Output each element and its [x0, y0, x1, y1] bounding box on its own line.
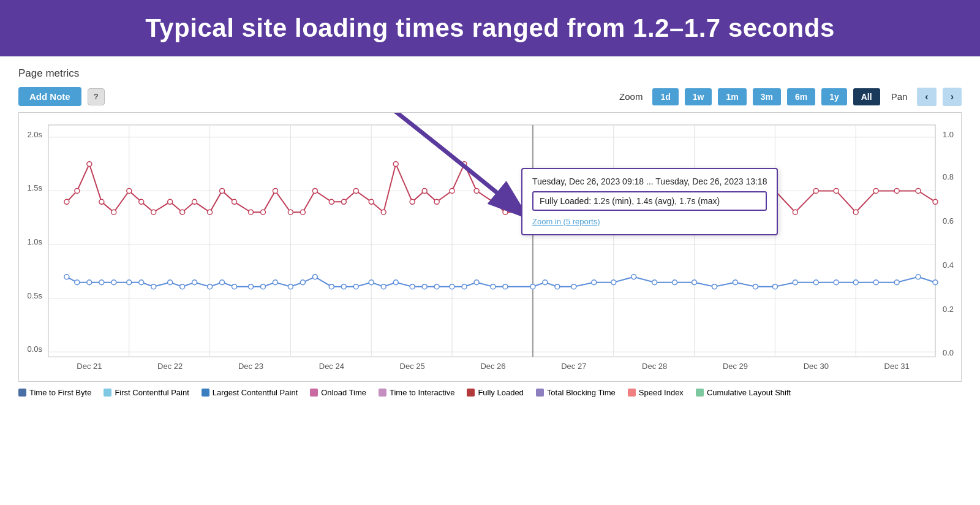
svg-point-150 — [933, 280, 938, 285]
legend-item-fully-loaded: Fully Loaded — [467, 388, 523, 397]
legend-color-fully-loaded — [467, 389, 475, 397]
svg-point-122 — [422, 284, 427, 289]
svg-point-40 — [75, 188, 80, 193]
svg-point-105 — [192, 280, 197, 285]
svg-point-60 — [341, 199, 346, 204]
svg-point-90 — [853, 210, 858, 215]
svg-text:Dec 29: Dec 29 — [723, 362, 748, 371]
svg-point-97 — [87, 280, 92, 285]
svg-point-142 — [772, 284, 777, 289]
svg-point-115 — [329, 284, 334, 289]
legend-label-ttfb: Time to First Byte — [29, 388, 91, 397]
svg-point-102 — [151, 284, 156, 289]
svg-point-54 — [260, 210, 265, 215]
chart-area: 2.0s 1.5s 1.0s 0.5s 0.0s 1.0 0.8 0.6 0.4… — [18, 112, 962, 382]
svg-text:Dec 30: Dec 30 — [804, 362, 829, 371]
zoom-3m-button[interactable]: 3m — [753, 88, 781, 105]
zoom-1y-button[interactable]: 1y — [821, 88, 847, 105]
svg-point-144 — [813, 280, 818, 285]
svg-point-135 — [631, 275, 636, 279]
svg-point-56 — [288, 210, 293, 215]
legend-color-lcp — [202, 389, 209, 397]
banner-title: Typical site loading times ranged from 1… — [24, 13, 956, 43]
svg-text:Dec 22: Dec 22 — [157, 362, 183, 371]
svg-point-46 — [151, 210, 156, 215]
svg-point-45 — [139, 199, 144, 204]
svg-point-70 — [474, 188, 479, 193]
svg-text:Dec 28: Dec 28 — [642, 362, 667, 371]
add-note-button[interactable]: Add Note — [18, 87, 81, 106]
zoom-1m-button[interactable]: 1m — [718, 88, 746, 105]
svg-text:Dec 23: Dec 23 — [238, 362, 263, 371]
svg-point-61 — [353, 188, 358, 193]
legend-label-lcp: Largest Contentful Paint — [213, 388, 298, 397]
svg-point-42 — [99, 199, 104, 204]
svg-point-104 — [180, 284, 185, 289]
chart-legend: Time to First Byte First Contentful Pain… — [18, 388, 962, 397]
svg-point-101 — [139, 280, 144, 285]
svg-point-72 — [503, 210, 508, 215]
svg-point-58 — [312, 188, 317, 193]
legend-item-fcp: First Contentful Paint — [104, 388, 189, 397]
help-button[interactable]: ? — [88, 88, 105, 105]
svg-point-113 — [300, 280, 305, 285]
svg-point-129 — [530, 284, 535, 289]
svg-text:0.8: 0.8 — [943, 173, 954, 182]
svg-text:0.5s: 0.5s — [27, 291, 42, 300]
legend-item-ttfb: Time to First Byte — [18, 388, 91, 397]
zoom-1d-button[interactable]: 1d — [652, 88, 678, 105]
pan-next-button[interactable]: › — [943, 88, 962, 106]
tooltip: Tuesday, Dec 26, 2023 09:18 ... Tuesday,… — [521, 168, 778, 235]
zoom-6m-button[interactable]: 6m — [787, 88, 815, 105]
pan-prev-button[interactable]: ‹ — [917, 88, 936, 106]
svg-point-64 — [393, 162, 398, 167]
svg-point-99 — [111, 280, 116, 285]
svg-point-55 — [273, 188, 277, 193]
svg-point-49 — [192, 199, 197, 204]
legend-color-ttfb — [18, 389, 26, 397]
svg-point-126 — [474, 280, 479, 285]
svg-point-112 — [288, 284, 293, 289]
svg-point-120 — [393, 280, 398, 285]
svg-text:Dec 25: Dec 25 — [400, 362, 425, 371]
svg-point-116 — [341, 284, 346, 289]
zoom-all-button[interactable]: All — [853, 88, 880, 105]
tooltip-zoom-link[interactable]: Zoom in (5 reports) — [532, 217, 600, 226]
zoom-1w-button[interactable]: 1w — [685, 88, 712, 105]
svg-point-94 — [933, 199, 938, 204]
svg-point-108 — [232, 284, 237, 289]
svg-point-59 — [329, 199, 334, 204]
svg-point-111 — [273, 280, 277, 285]
svg-text:1.5s: 1.5s — [27, 183, 42, 192]
svg-point-39 — [64, 199, 69, 204]
zoom-label: Zoom — [619, 91, 643, 102]
svg-point-140 — [733, 280, 737, 285]
svg-text:0.4: 0.4 — [943, 260, 954, 270]
legend-item-lcp: Largest Contentful Paint — [202, 388, 298, 397]
svg-point-131 — [555, 284, 560, 289]
svg-point-141 — [753, 284, 758, 289]
svg-point-121 — [410, 284, 415, 289]
svg-point-51 — [220, 188, 225, 193]
svg-point-124 — [450, 284, 454, 289]
tooltip-title: Tuesday, Dec 26, 2023 09:18 ... Tuesday,… — [532, 177, 767, 186]
pan-label: Pan — [891, 91, 908, 102]
legend-label-tti: Time to Interactive — [390, 388, 454, 397]
section-label: Page metrics — [18, 67, 962, 80]
legend-item-tti: Time to Interactive — [379, 388, 454, 397]
svg-point-143 — [793, 280, 797, 285]
tooltip-metric: Fully Loaded: 1.2s (min), 1.4s (avg), 1.… — [532, 191, 767, 211]
svg-point-114 — [312, 275, 317, 279]
svg-point-65 — [410, 199, 415, 204]
legend-color-onload — [310, 389, 318, 397]
svg-point-67 — [434, 199, 439, 204]
svg-point-117 — [353, 284, 358, 289]
legend-label-tbt: Total Blocking Time — [547, 388, 616, 397]
svg-point-53 — [249, 210, 254, 215]
legend-label-onload: Onload Time — [321, 388, 366, 397]
svg-point-87 — [793, 210, 797, 215]
svg-point-93 — [916, 188, 921, 193]
svg-point-66 — [422, 188, 427, 193]
legend-color-tbt — [536, 389, 544, 397]
legend-item-onload: Onload Time — [310, 388, 366, 397]
